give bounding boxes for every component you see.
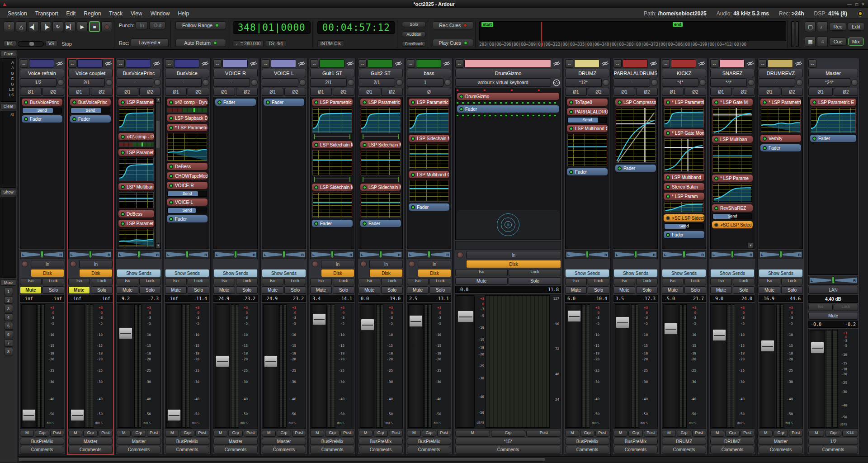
mute-button[interactable]: Mute xyxy=(165,286,187,294)
favorite-plugin-item[interactable]: LS xyxy=(2,92,15,98)
plugin-processor[interactable]: LSP Sidechain Mu xyxy=(360,141,401,149)
mute-button[interactable]: Mute xyxy=(455,277,508,285)
gain-fader[interactable] xyxy=(566,304,582,428)
send-level-bar[interactable]: Send xyxy=(567,117,607,123)
show-sends-button[interactable]: Show Sends xyxy=(662,269,706,277)
panner[interactable]: LR xyxy=(613,250,658,259)
solo-button[interactable]: Solo xyxy=(91,286,113,294)
strip-name-button[interactable]: Voice-couplet xyxy=(68,69,113,77)
solo-iso-button[interactable]: Iso xyxy=(455,269,508,276)
trim-knob[interactable] xyxy=(299,79,306,86)
note-icon[interactable]: ♩ xyxy=(817,21,828,32)
menu-edit[interactable]: Edit xyxy=(62,10,80,17)
output-button[interactable]: BusPreMix xyxy=(565,438,609,445)
plugin-processor[interactable]: BusVoicePrinc xyxy=(21,98,63,106)
recorder-page-button[interactable]: Rec xyxy=(829,23,846,31)
trim-knob[interactable] xyxy=(796,79,803,86)
plugin-active-led[interactable] xyxy=(666,131,670,135)
processor-list[interactable]: BusVoicePrincSendFader xyxy=(20,97,64,249)
plugin-active-led[interactable] xyxy=(314,222,318,226)
solo-iso-button[interactable]: Iso xyxy=(613,278,635,285)
plugin-active-led[interactable] xyxy=(666,175,670,180)
send-level-bar[interactable]: Send xyxy=(167,191,207,197)
panner[interactable]: LR xyxy=(710,250,755,259)
plugin-processor[interactable]: LSP Parametric E xyxy=(360,98,401,106)
comments-button[interactable]: Comments xyxy=(613,446,658,454)
show-sends-button[interactable]: Show Sends xyxy=(165,269,209,277)
meter-point-button[interactable]: Post xyxy=(692,430,706,437)
plugin-active-led[interactable] xyxy=(121,100,125,104)
phase-invert-button[interactable]: Ø2 xyxy=(588,88,609,96)
input-button[interactable]: 2/1 xyxy=(359,78,395,87)
strip-name-button[interactable]: SNAREZ xyxy=(710,69,755,77)
trim-knob[interactable] xyxy=(348,79,354,86)
comments-button[interactable]: Comments xyxy=(407,446,451,454)
strip-width-icon[interactable]: ↔ xyxy=(407,59,415,68)
plugin-active-led[interactable] xyxy=(618,100,622,104)
plugin-active-led[interactable] xyxy=(169,200,173,204)
panner[interactable]: LR xyxy=(68,250,113,259)
fader-processor[interactable]: Fader xyxy=(166,215,208,223)
strip-width-icon[interactable]: ↔ xyxy=(759,59,767,68)
solo-lock-button[interactable]: Lock xyxy=(834,304,858,311)
show-sends-button[interactable]: Show Sends xyxy=(117,269,161,277)
solo-iso-button[interactable]: Iso xyxy=(20,278,42,285)
plugin-active-led[interactable] xyxy=(411,100,415,104)
phase-invert-button[interactable]: Ø1 xyxy=(359,88,380,96)
groups-panel[interactable] xyxy=(0,197,16,278)
strip-name-button[interactable]: Guit1-ST xyxy=(310,69,354,77)
menu-region[interactable]: Region xyxy=(80,10,105,17)
record-enable-button[interactable] xyxy=(457,252,463,258)
comments-button[interactable]: Comments xyxy=(68,446,113,454)
strip-width-icon[interactable]: ↔ xyxy=(455,59,463,68)
input-button[interactable]: - xyxy=(262,78,298,87)
group-tab-button[interactable]: Grp xyxy=(180,430,194,437)
panner[interactable]: LR xyxy=(808,276,858,285)
input-button[interactable]: 2/1 xyxy=(310,78,347,87)
close-button[interactable]: × xyxy=(862,2,864,7)
panner[interactable]: LR xyxy=(117,250,161,259)
fader-processor[interactable]: Fader xyxy=(215,98,256,106)
favorite-plugin-item[interactable]: G xyxy=(2,71,15,76)
comments-button[interactable]: Comments xyxy=(165,446,209,454)
plugin-active-led[interactable] xyxy=(714,223,718,227)
plugin-active-led[interactable] xyxy=(569,110,573,114)
comments-button[interactable]: Comments xyxy=(710,446,755,454)
processor-scrollbar[interactable]: ▲▼ xyxy=(156,97,160,249)
solo-lock-button[interactable]: Lock xyxy=(188,278,209,285)
panner[interactable]: LR xyxy=(20,250,64,259)
mixer-scene-button[interactable]: 5 xyxy=(4,322,13,330)
plugin-processor[interactable]: DeBess xyxy=(166,162,208,170)
play-range-button[interactable]: ▶▏ xyxy=(65,21,75,32)
trim-knob[interactable] xyxy=(251,79,258,86)
mute-button[interactable]: Mute xyxy=(262,286,283,294)
phase-invert-button[interactable]: Ø2 xyxy=(284,88,306,96)
mono-button[interactable]: M xyxy=(455,430,490,437)
solo-button[interactable]: Solo xyxy=(284,286,306,294)
hide-strip-icon[interactable] xyxy=(55,59,64,68)
solo-lock-button[interactable]: Lock xyxy=(781,278,803,285)
feedback-indicator-button[interactable]: Feedback xyxy=(402,41,426,47)
group-tab-button[interactable]: Grp xyxy=(825,430,841,437)
phase-invert-button[interactable]: Ø1 xyxy=(565,88,587,96)
strip-width-icon[interactable]: ↔ xyxy=(68,59,76,68)
hide-strip-icon[interactable] xyxy=(442,59,451,68)
solo-iso-button[interactable]: Iso xyxy=(808,304,833,311)
strip-name-button[interactable]: BusVoicePrinc xyxy=(117,69,161,77)
monitor-disk-button[interactable]: Disk xyxy=(369,269,403,277)
solo-iso-button[interactable]: Iso xyxy=(662,278,684,285)
monitor-input-button[interactable]: In xyxy=(321,260,354,268)
processor-list[interactable]: x42-comp - DynaLSP Slapback De* LSP Para… xyxy=(165,97,209,249)
plugin-processor[interactable]: LSP Multiban xyxy=(118,183,155,191)
fader-processor[interactable]: Fader xyxy=(760,144,802,152)
plugin-processor[interactable]: DeBess xyxy=(118,210,155,218)
solo-iso-button[interactable]: Iso xyxy=(359,278,380,285)
record-enable-button[interactable] xyxy=(409,261,415,267)
plugin-active-led[interactable] xyxy=(72,100,76,104)
comments-button[interactable]: Comments xyxy=(262,446,306,454)
monitor-input-button[interactable]: In xyxy=(418,260,451,268)
favorite-plugin-item[interactable]: G xyxy=(2,76,15,81)
gain-fader[interactable] xyxy=(21,304,37,428)
strip-name-button[interactable]: Master xyxy=(808,69,858,77)
plugin-active-led[interactable] xyxy=(169,100,173,104)
